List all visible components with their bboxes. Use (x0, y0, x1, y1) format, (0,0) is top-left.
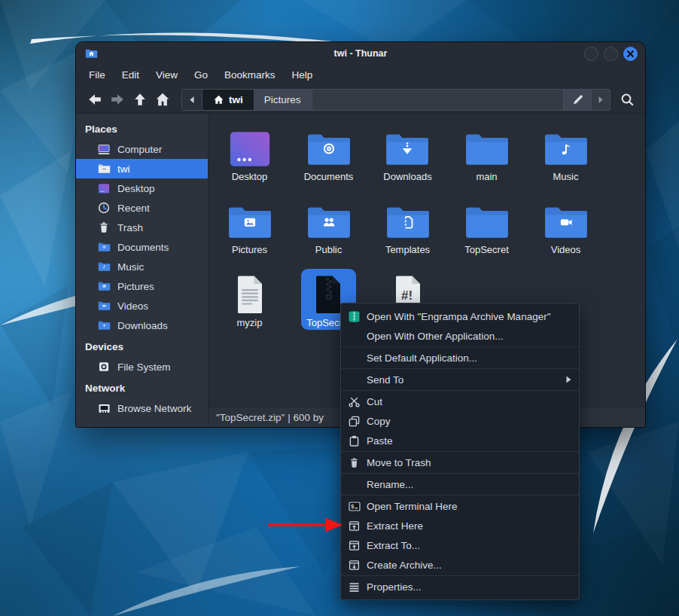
file-main[interactable]: main (447, 123, 526, 196)
svg-text:#!: #! (401, 288, 413, 303)
file-label: Documents (304, 171, 354, 182)
sidebar-item-browse-network[interactable]: Browse Network (76, 398, 208, 418)
search-button[interactable] (617, 89, 638, 110)
menubar-item-bookmarks[interactable]: Bookmarks (216, 65, 284, 86)
path-scroll-right-button[interactable] (592, 90, 610, 110)
home-folder-light-icon (97, 163, 111, 174)
path-button-label: twi (229, 94, 243, 105)
desktop-special-icon (228, 125, 272, 168)
folder-videos-icon (97, 300, 111, 311)
folder-pictures-icon (97, 281, 111, 291)
file-label: myzip (237, 317, 263, 328)
sidebar-item-desktop[interactable]: Desktop (76, 178, 208, 198)
menu-item-copy[interactable]: Copy (341, 411, 579, 431)
file-label: Templates (385, 244, 430, 255)
path-bar[interactable]: twiPictures (181, 89, 610, 111)
sidebar-item-computer[interactable]: Computer (76, 139, 208, 159)
file-documents[interactable]: Documents (289, 123, 368, 196)
sidebar-item-file-system[interactable]: File System (76, 357, 208, 377)
menu-item-set-default-application[interactable]: Set Default Application... (341, 348, 579, 367)
path-empty-area[interactable] (312, 90, 563, 110)
menubar-item-help[interactable]: Help (284, 65, 321, 86)
file-label: Pictures (232, 244, 267, 255)
menu-item-move-to-trash[interactable]: Move to Trash (341, 453, 579, 472)
menu-item-create-archive[interactable]: Create Archive... (341, 555, 579, 575)
sidebar-item-pictures[interactable]: Pictures (76, 276, 208, 296)
trash-menu-icon (348, 457, 361, 468)
menu-item-open-terminal-here[interactable]: $Open Terminal Here (341, 496, 579, 516)
submenu-arrow-icon (566, 376, 571, 383)
back-icon (87, 91, 103, 108)
chevron-right-icon (596, 95, 605, 105)
forward-button[interactable] (108, 90, 127, 109)
sidebar-item-label: Trash (117, 222, 143, 233)
menubar-item-file[interactable]: File (81, 65, 114, 86)
file-text-icon (233, 271, 266, 314)
trash-icon (97, 221, 111, 233)
sidebar-header-network: Network (76, 379, 208, 398)
up-button[interactable] (130, 90, 150, 109)
sidebar-header-places: Places (76, 120, 208, 139)
menu-item-properties[interactable]: Properties... (341, 577, 579, 596)
minimize-button[interactable] (584, 47, 598, 61)
menubar-item-go[interactable]: Go (186, 65, 216, 86)
file-pictures[interactable]: Pictures (210, 196, 289, 269)
file-label: TopSecret (464, 244, 509, 255)
file-music[interactable]: Music (526, 123, 605, 196)
close-button[interactable] (623, 47, 638, 61)
menubar-item-view[interactable]: View (148, 65, 186, 86)
file-label: Desktop (232, 171, 268, 182)
menu-item-label: Create Archive... (367, 560, 442, 571)
sidebar-item-music[interactable]: Music (76, 257, 208, 276)
menu-item-extract-to[interactable]: Extract To... (341, 535, 579, 555)
menu-item-label: Cut (367, 396, 382, 407)
file-desktop[interactable]: Desktop (210, 123, 289, 196)
sidebar-item-documents[interactable]: Documents (76, 237, 208, 257)
file-downloads[interactable]: Downloads (368, 123, 447, 196)
path-scroll-left-button[interactable] (182, 90, 202, 110)
folder-templates-icon (385, 198, 431, 241)
path-button-pictures[interactable]: Pictures (254, 90, 312, 110)
menu-separator (341, 575, 579, 576)
titlebar[interactable]: twi - Thunar (76, 42, 645, 65)
file-topsecret[interactable]: TopSecret (447, 196, 526, 269)
path-edit-button[interactable] (563, 90, 592, 110)
menu-item-paste[interactable]: Paste (341, 431, 579, 450)
maximize-button[interactable] (604, 47, 618, 61)
menu-item-extract-here[interactable]: Extract Here (341, 516, 579, 535)
menu-item-open-with-other-application[interactable]: Open With Other Application... (341, 326, 579, 346)
path-button-twi[interactable]: twi (202, 90, 254, 110)
terminal-icon: $ (348, 501, 361, 512)
menubar-item-edit[interactable]: Edit (114, 65, 148, 86)
folder-music-icon (97, 261, 111, 272)
folder-downloads-icon (97, 320, 111, 331)
sidebar-item-recent[interactable]: Recent (76, 198, 208, 218)
paste-icon (348, 435, 361, 447)
file-myzip[interactable]: myzip (210, 269, 289, 342)
file-videos[interactable]: Videos (526, 196, 605, 269)
folder-documents-icon (306, 125, 352, 168)
sidebar-item-twi[interactable]: twi (76, 159, 208, 178)
menu-separator (341, 451, 579, 452)
folder-plain-icon (464, 125, 510, 168)
menu-item-label: Move to Trash (367, 457, 431, 468)
copy-icon (348, 416, 361, 427)
file-public[interactable]: Public (289, 196, 368, 269)
properties-icon (348, 581, 361, 593)
sidebar-item-videos[interactable]: Videos (76, 296, 208, 316)
sidebar-item-downloads[interactable]: Downloads (76, 316, 208, 335)
menu-item-label: Extract Here (367, 520, 423, 532)
menu-item-label: Open Terminal Here (367, 501, 458, 512)
menu-item-send-to[interactable]: Send To (341, 370, 579, 389)
menu-item-open-with-engrampa-archive-manager[interactable]: Open With "Engrampa Archive Manager" (341, 306, 579, 326)
home-button[interactable] (153, 90, 172, 109)
menu-separator (341, 346, 579, 347)
back-button[interactable] (85, 90, 105, 109)
sidebar-item-trash[interactable]: Trash (76, 218, 208, 237)
menu-item-rename[interactable]: Rename... (341, 474, 579, 494)
folder-pictures-icon (227, 198, 273, 241)
menu-item-cut[interactable]: Cut (341, 392, 579, 411)
file-templates[interactable]: Templates (368, 196, 447, 269)
sidebar-item-label: Desktop (117, 183, 155, 194)
file-label: main (476, 171, 497, 182)
